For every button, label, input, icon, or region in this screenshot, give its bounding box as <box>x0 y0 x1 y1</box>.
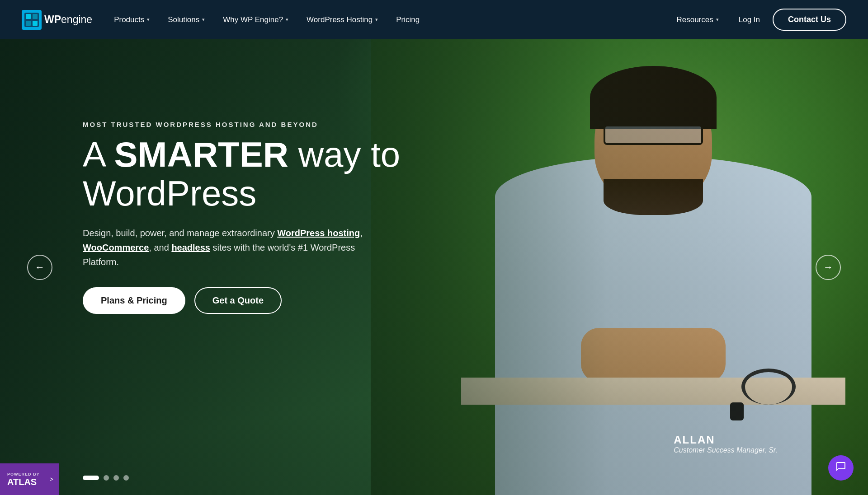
logo-icon <box>22 10 42 30</box>
chevron-down-icon: ▾ <box>147 17 150 23</box>
carousel-dot-2[interactable] <box>104 475 109 481</box>
person-badge: ALLAN Customer Success Manager, Sr. <box>674 434 778 454</box>
nav-item-products[interactable]: Products ▾ <box>107 12 157 28</box>
carousel-dots <box>83 475 129 481</box>
chevron-down-icon: ▾ <box>202 17 205 23</box>
atlas-name: ATLAS <box>7 477 37 486</box>
carousel-prev-button[interactable]: ← <box>27 255 52 280</box>
nav-item-resources[interactable]: Resources ▾ <box>669 12 726 28</box>
nav-item-solutions[interactable]: Solutions ▾ <box>160 12 212 28</box>
hero-content: MOST TRUSTED WORDPRESS HOSTING AND BEYON… <box>83 121 400 314</box>
atlas-badge[interactable]: POWERED BY ATLAS > <box>0 463 59 495</box>
hero-title-part1: A SMARTER way to <box>83 135 400 174</box>
logo-wp: WP <box>44 14 61 26</box>
hero-section: MOST TRUSTED WORDPRESS HOSTING AND BEYON… <box>0 39 868 495</box>
link-wp-hosting[interactable]: WordPress hosting <box>277 228 360 238</box>
arrow-right-icon: → <box>823 262 833 273</box>
chevron-down-icon: ▾ <box>716 17 719 23</box>
hero-buttons: Plans & Pricing Get a Quote <box>83 287 400 314</box>
svg-rect-2 <box>26 14 31 19</box>
arrow-left-icon: ← <box>35 262 45 273</box>
hero-description: Design, build, power, and manage extraor… <box>83 226 372 269</box>
logo-engine: engine <box>61 14 92 26</box>
nav-right: Resources ▾ Log In Contact Us <box>669 9 846 31</box>
hero-eyebrow: MOST TRUSTED WORDPRESS HOSTING AND BEYON… <box>83 121 400 128</box>
hero-title-line2: WordPress <box>83 173 256 213</box>
chevron-down-icon: ▾ <box>286 17 288 23</box>
svg-rect-3 <box>33 14 38 19</box>
chat-button[interactable] <box>828 455 854 481</box>
carousel-dot-1[interactable] <box>83 476 99 480</box>
hero-title: A SMARTER way to WordPress <box>83 135 400 213</box>
person-name: ALLAN <box>674 434 778 446</box>
nav-links: Products ▾ Solutions ▾ Why WP Engine? ▾ … <box>107 12 669 28</box>
nav-item-why[interactable]: Why WP Engine? ▾ <box>216 12 296 28</box>
get-quote-button[interactable]: Get a Quote <box>194 287 282 314</box>
nav-item-hosting[interactable]: WordPress Hosting ▾ <box>299 12 385 28</box>
logo[interactable]: WP engine <box>22 10 92 30</box>
navbar: WP engine Products ▾ Solutions ▾ Why WP … <box>0 0 868 39</box>
carousel-next-button[interactable]: → <box>816 255 841 280</box>
login-button[interactable]: Log In <box>733 12 765 28</box>
person-title: Customer Success Manager, Sr. <box>674 446 778 454</box>
svg-rect-5 <box>33 21 38 26</box>
contact-button[interactable]: Contact Us <box>773 9 846 31</box>
nav-item-pricing[interactable]: Pricing <box>389 12 427 28</box>
link-headless[interactable]: headless <box>171 243 210 252</box>
chevron-down-icon: ▾ <box>375 17 378 23</box>
link-woocommerce[interactable]: WooCommerce <box>83 243 149 252</box>
atlas-arrow-icon: > <box>50 476 53 483</box>
svg-rect-4 <box>26 21 31 26</box>
carousel-dot-4[interactable] <box>123 475 129 481</box>
hero-title-bold: SMARTER <box>114 135 288 174</box>
carousel-dot-3[interactable] <box>113 475 119 481</box>
plans-pricing-button[interactable]: Plans & Pricing <box>83 287 185 314</box>
atlas-powered-by: POWERED BY <box>7 472 40 476</box>
chat-icon <box>835 461 846 475</box>
